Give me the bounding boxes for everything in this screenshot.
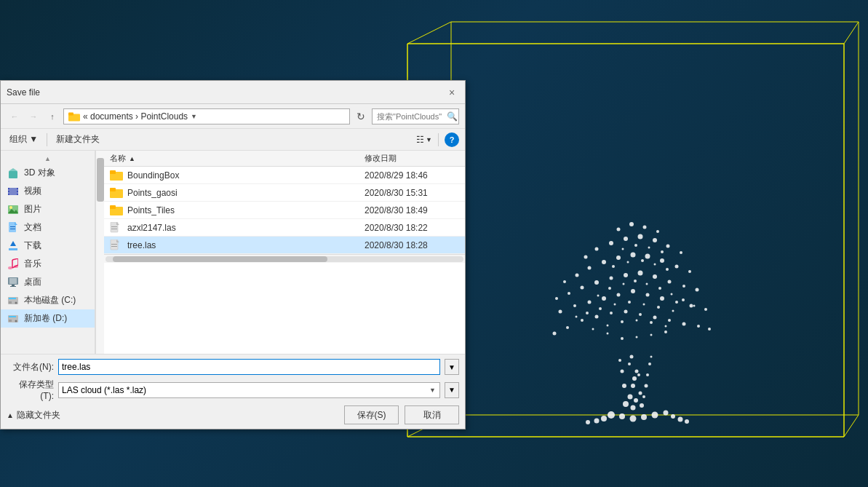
svg-point-67 [581, 286, 584, 290]
svg-point-90 [624, 237, 628, 241]
svg-point-112 [636, 336, 638, 338]
file-row-points-gaosi[interactable]: Points_gaosi 2020/8/30 15:31 [104, 184, 465, 202]
filetype-select[interactable]: LAS cloud (*.las *.laz) LAZ cloud (*.laz… [58, 382, 440, 398]
search-input[interactable] [372, 108, 459, 124]
svg-marker-140 [9, 168, 17, 171]
horizontal-scrollbar[interactable] [104, 254, 465, 263]
svg-point-33 [619, 413, 625, 419]
sidebar-label-images: 图片 [24, 203, 41, 215]
filetype-dropdown-button[interactable]: ▼ [445, 382, 459, 398]
svg-point-53 [566, 326, 569, 329]
sidebar-item-desktop[interactable]: 桌面 [1, 273, 95, 291]
svg-point-128 [612, 265, 615, 268]
view-button[interactable]: ☷ ▼ [416, 135, 432, 145]
dialog-titlebar: Save file × [1, 81, 465, 104]
svg-point-103 [636, 320, 638, 322]
svg-point-66 [559, 310, 562, 314]
cancel-button[interactable]: 取消 [405, 405, 459, 424]
address-bar: ← → ↑ « documents › PointClouds ▼ ↻ 🔍 [1, 104, 465, 129]
new-folder-button[interactable]: 新建文件夹 [53, 132, 103, 147]
svg-rect-168 [9, 301, 12, 304]
svg-rect-144 [8, 194, 9, 195]
sidebar-item-new-volume-d[interactable]: 新加卷 (D:) [1, 309, 95, 328]
file-row-boundingbox[interactable]: BoundingBox 2020/8/29 18:46 [104, 167, 465, 184]
sidebar-item-music[interactable]: 音乐 [1, 255, 95, 273]
svg-point-42 [678, 417, 683, 422]
file-date-boundingbox: 2020/8/29 18:46 [365, 170, 459, 181]
svg-point-57 [588, 301, 592, 304]
svg-point-122 [634, 280, 637, 282]
svg-point-94 [680, 251, 682, 254]
file-date-azxl2147: 2020/8/30 18:22 [365, 223, 459, 233]
svg-point-104 [650, 321, 653, 324]
svg-point-97 [629, 222, 634, 226]
svg-point-70 [624, 273, 628, 277]
svg-point-76 [568, 292, 570, 295]
svg-rect-155 [9, 248, 17, 250]
nav-forward-button[interactable]: → [25, 108, 41, 124]
scroll-up-btn[interactable]: ▲ [1, 154, 95, 164]
svg-point-169 [15, 301, 17, 304]
search-button[interactable]: 🔍 [447, 111, 458, 122]
svg-rect-142 [8, 188, 9, 189]
sidebar-item-images[interactable]: 图片 [1, 200, 95, 218]
file-row-azxl2147[interactable]: azxl2147.las 2020/8/30 18:22 [104, 219, 465, 237]
col-name-header[interactable]: 名称 [110, 153, 365, 164]
svg-rect-178 [110, 188, 116, 191]
svg-point-100 [592, 328, 594, 330]
folder-boundingbox-icon [110, 170, 123, 181]
nav-up-button[interactable]: ↑ [44, 108, 60, 124]
sidebar-item-downloads[interactable]: 下载 [1, 237, 95, 255]
svg-point-64 [690, 304, 693, 308]
path-breadcrumb[interactable]: « documents › PointClouds ▼ [63, 108, 350, 124]
folder-icon [68, 111, 80, 122]
svg-rect-141 [8, 188, 18, 195]
svg-point-131 [654, 264, 656, 266]
svg-point-24 [642, 395, 645, 398]
filename-input[interactable] [58, 359, 440, 375]
svg-point-74 [682, 285, 685, 288]
svg-point-81 [631, 253, 636, 258]
organize-button[interactable]: 组织 ▼ [7, 132, 41, 147]
svg-point-54 [553, 332, 557, 336]
nav-back-button[interactable]: ← [7, 108, 23, 124]
svg-point-14 [630, 355, 634, 359]
svg-point-82 [645, 254, 650, 259]
svg-rect-139 [9, 171, 17, 178]
sidebar-item-3d-objects[interactable]: 3D 对象 [1, 164, 95, 182]
svg-point-78 [588, 266, 592, 270]
svg-point-136 [661, 250, 664, 253]
file-row-tree-las[interactable]: tree.las 2020/8/30 18:28 [104, 237, 465, 254]
svg-point-132 [666, 268, 669, 271]
svg-point-18 [628, 395, 633, 400]
svg-point-36 [652, 412, 658, 419]
toolbar-separator [47, 133, 47, 146]
sidebar-item-local-disk-c[interactable]: 本地磁盘 (C:) [1, 291, 95, 309]
hide-folder-button[interactable]: ▲ 隐藏文件夹 [7, 409, 60, 421]
svg-point-26 [645, 384, 648, 388]
filename-dropdown-button[interactable]: ▼ [445, 359, 459, 375]
help-button[interactable]: ? [445, 132, 459, 147]
sidebar-scrollbar[interactable] [95, 151, 104, 354]
search-wrap: 🔍 [372, 108, 459, 124]
svg-point-41 [671, 414, 675, 419]
svg-rect-187 [111, 244, 117, 245]
col-date-header[interactable]: 修改日期 [365, 153, 459, 164]
svg-point-84 [675, 265, 679, 269]
file-row-points-tiles[interactable]: Points_Tiles 2020/8/30 18:49 [104, 202, 465, 219]
svg-point-130 [641, 259, 644, 262]
svg-point-95 [584, 256, 588, 259]
sidebar-item-videos[interactable]: 视频 [1, 182, 95, 200]
dialog-title: Save file [7, 87, 40, 98]
toolbar-separator-2 [438, 133, 439, 146]
sidebar-item-documents[interactable]: 文档 [1, 218, 95, 237]
svg-point-17 [637, 373, 640, 376]
refresh-button[interactable]: ↻ [353, 108, 369, 124]
svg-point-109 [599, 307, 602, 310]
svg-point-29 [648, 363, 651, 365]
svg-point-71 [638, 271, 643, 276]
close-button[interactable]: × [445, 85, 459, 100]
document-icon [7, 223, 20, 233]
desktop-icon [7, 277, 20, 288]
save-button[interactable]: 保存(S) [344, 405, 399, 424]
